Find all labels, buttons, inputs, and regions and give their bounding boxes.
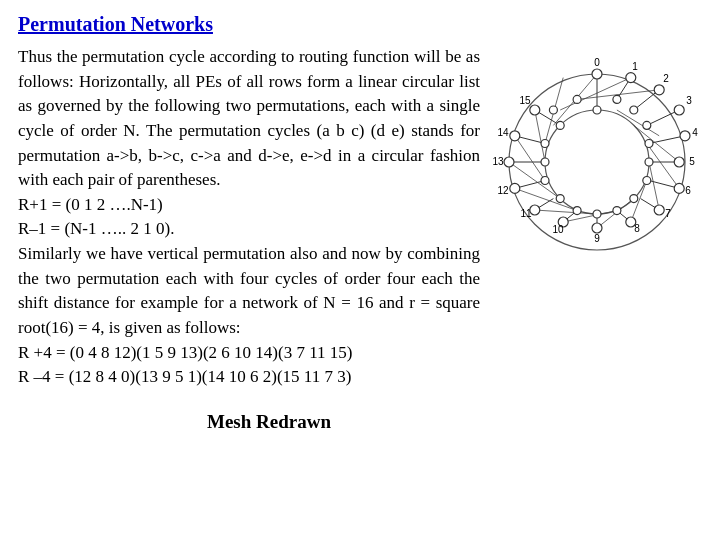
svg-point-51 [613,95,621,103]
svg-text:9: 9 [594,233,600,244]
svg-point-59 [593,210,601,218]
mesh-label: Mesh Redrawn [58,408,480,436]
svg-point-50 [593,106,601,114]
svg-text:8: 8 [634,223,640,234]
svg-point-62 [541,177,549,185]
formula-3: R +4 = (0 4 8 12)(1 5 9 13)(2 6 10 14)(3… [18,341,480,366]
svg-point-35 [626,73,636,83]
svg-point-65 [556,121,564,129]
svg-point-53 [643,121,651,129]
svg-text:10: 10 [552,224,564,235]
svg-point-64 [541,140,549,148]
svg-point-39 [674,157,684,167]
svg-point-36 [654,85,664,95]
svg-text:0: 0 [594,57,600,68]
svg-text:14: 14 [497,127,509,138]
svg-point-52 [630,106,638,114]
svg-text:11: 11 [520,208,532,219]
svg-point-37 [674,105,684,115]
svg-line-25 [535,210,597,214]
inner-nodes [541,95,653,218]
svg-point-55 [645,158,653,166]
svg-point-49 [530,105,540,115]
svg-text:4: 4 [692,127,698,138]
svg-point-61 [556,195,564,203]
svg-point-56 [643,177,651,185]
svg-point-67 [549,106,557,114]
svg-text:7: 7 [665,208,671,219]
svg-point-54 [645,140,653,148]
svg-text:15: 15 [519,95,531,106]
svg-point-58 [613,207,621,215]
paragraph-2: Similarly we have vertical permutation a… [18,242,480,341]
svg-point-47 [504,157,514,167]
svg-line-21 [649,162,659,210]
content-area: Thus the permutation cycle according to … [18,45,702,436]
network-diagram: 0 1 2 3 4 5 6 7 8 9 10 11 12 13 14 15 [492,47,702,285]
svg-text:6: 6 [685,185,691,196]
svg-text:1: 1 [632,61,638,72]
svg-point-46 [510,183,520,193]
svg-text:2: 2 [663,73,669,84]
svg-point-43 [592,223,602,233]
formula-1: R+1 = (0 1 2 ….N-1) [18,193,480,218]
svg-text:5: 5 [689,156,695,167]
text-block: Thus the permutation cycle according to … [18,45,492,436]
page: Permutation Networks Thus the permutatio… [0,0,720,446]
svg-point-57 [630,195,638,203]
network-svg: 0 1 2 3 4 5 6 7 8 9 10 11 12 13 14 15 [492,47,702,277]
svg-point-40 [674,183,684,193]
formula-4: R –4 = (12 8 4 0)(13 9 5 1)(14 10 6 2)(1… [18,365,480,390]
svg-line-29 [535,110,545,162]
svg-point-60 [573,207,581,215]
svg-point-38 [680,131,690,141]
title: Permutation Networks [18,10,213,39]
svg-point-41 [654,205,664,215]
svg-point-48 [510,131,520,141]
svg-point-66 [573,95,581,103]
formula-2: R–1 = (N-1 ….. 2 1 0). [18,217,480,242]
svg-point-34 [592,69,602,79]
svg-point-63 [541,158,549,166]
svg-text:3: 3 [686,95,692,106]
paragraph-1: Thus the permutation cycle according to … [18,45,480,193]
svg-text:12: 12 [497,185,509,196]
svg-text:13: 13 [492,156,504,167]
